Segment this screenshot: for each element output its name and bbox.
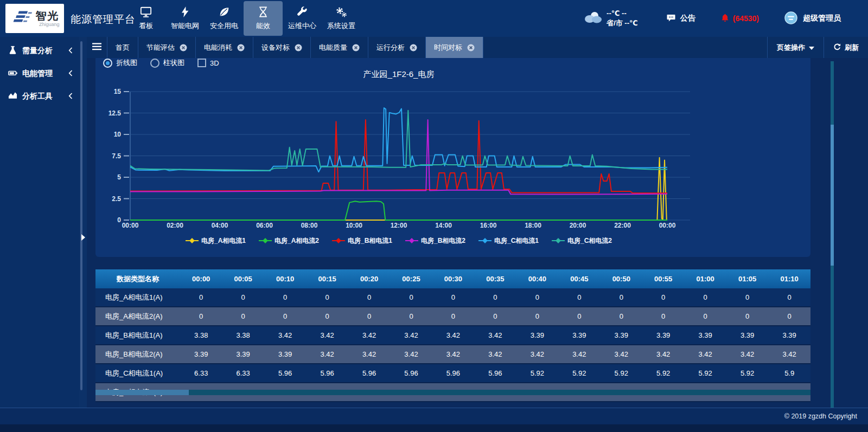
legend-item-电房_A相电流2[interactable]: 电房_A相电流2 xyxy=(259,236,319,246)
row-value: 3.42 xyxy=(390,326,432,345)
legend-item-电房_A相电流1[interactable]: 电房_A相电流1 xyxy=(186,236,246,246)
legend-marker-icon xyxy=(405,237,418,245)
row-value: 0 xyxy=(222,288,264,307)
table-header-time: 00:15 xyxy=(306,269,348,288)
tab-设备对标[interactable]: 设备对标 xyxy=(253,37,311,58)
tab-menu-button[interactable] xyxy=(87,37,107,58)
tab-时间对标[interactable]: 时间对标 xyxy=(426,37,483,58)
legend-item-电房_B相电流2[interactable]: 电房_B相电流2 xyxy=(405,236,465,246)
line-chart-radio[interactable]: 折线图 xyxy=(103,58,137,68)
sidebar-collapse-toggle-icon[interactable] xyxy=(81,234,85,241)
tab-close-icon[interactable] xyxy=(467,44,475,51)
row-value: 3.39 xyxy=(601,326,642,345)
nav-item-运维中心[interactable]: 运维中心 xyxy=(283,1,322,36)
row-value: 3.42 xyxy=(558,345,600,364)
tab-节能评估[interactable]: 节能评估 xyxy=(138,37,196,58)
nav-item-label: 运维中心 xyxy=(288,21,316,31)
line-chart-radio-label: 折线图 xyxy=(116,58,137,68)
nav-item-系统设置[interactable]: 系统设置 xyxy=(322,1,361,36)
table-horizontal-scrollbar[interactable] xyxy=(95,390,810,395)
svg-text:10: 10 xyxy=(114,131,122,138)
sidebar-item-需量分析[interactable]: 需量分析 xyxy=(0,40,79,62)
svg-text:18:00: 18:00 xyxy=(525,222,541,229)
legend-marker-icon xyxy=(332,237,345,245)
weather-temp: --℃ -- xyxy=(607,9,638,18)
row-value: 3.42 xyxy=(390,345,432,364)
bar-chart-radio[interactable]: 柱状图 xyxy=(150,58,184,68)
tab-close-icon[interactable] xyxy=(180,44,187,51)
svg-text:08:00: 08:00 xyxy=(301,222,318,229)
nav-item-看板[interactable]: 看板 xyxy=(126,1,165,36)
sidebar-item-label: 需量分析 xyxy=(22,46,63,56)
tab-label: 运行分析 xyxy=(376,43,405,53)
tab-operations-label: 页签操作 xyxy=(777,43,805,53)
row-value: 5.92 xyxy=(684,364,726,383)
row-value: 0 xyxy=(348,288,390,307)
nav-item-智能电网[interactable]: 智能电网 xyxy=(165,1,205,36)
tab-label: 设备对标 xyxy=(261,43,290,53)
svg-text:12:00: 12:00 xyxy=(391,222,407,229)
sidebar-item-电能管理[interactable]: 电能管理 xyxy=(0,62,79,85)
legend-item-电房_C相电流2[interactable]: 电房_C相电流2 xyxy=(552,236,612,246)
tab-operations-button[interactable]: 页签操作 xyxy=(767,37,824,58)
row-value: 3.39 xyxy=(558,326,600,345)
tab-电能质量[interactable]: 电能质量 xyxy=(311,37,368,58)
table-header-time: 01:05 xyxy=(726,269,768,288)
legend-item-电房_B相电流1[interactable]: 电房_B相电流1 xyxy=(332,236,392,246)
table-header-time: 00:50 xyxy=(601,269,642,288)
page-title: 能源管理平台 xyxy=(71,12,136,27)
alarm-count: (64530) xyxy=(733,14,759,23)
alarm-button[interactable]: (64530) xyxy=(720,13,759,24)
table-header-name: 数据类型名称 xyxy=(95,269,180,288)
chevron-left-icon xyxy=(68,69,73,79)
nav-item-安全用电[interactable]: 安全用电 xyxy=(205,1,244,36)
tab-close-icon[interactable] xyxy=(237,44,245,51)
sidebar-item-分析工具[interactable]: 分析工具 xyxy=(0,85,79,108)
tab-label: 首页 xyxy=(116,43,130,53)
row-value: 0 xyxy=(474,307,516,326)
legend-marker-icon xyxy=(478,237,492,245)
svg-text:12.5: 12.5 xyxy=(108,109,122,117)
battery-icon xyxy=(8,69,17,79)
row-value: 3.39 xyxy=(222,345,264,364)
logo[interactable]: 智光 Zhiguang xyxy=(5,4,64,33)
row-value: 0 xyxy=(558,307,600,326)
threed-checkbox-label: 3D xyxy=(210,59,219,67)
row-value: 0 xyxy=(601,307,642,326)
svg-text:04:00: 04:00 xyxy=(212,222,228,229)
row-value: 3.42 xyxy=(601,345,642,364)
refresh-button[interactable]: 刷新 xyxy=(824,37,868,58)
nav-item-能效[interactable]: 能效 xyxy=(244,1,283,36)
area-chart-icon xyxy=(8,91,17,101)
tab-运行分析[interactable]: 运行分析 xyxy=(368,37,426,58)
tab-label: 节能评估 xyxy=(146,43,175,53)
table-hscroll-thumb[interactable] xyxy=(95,390,189,395)
chevron-left-icon xyxy=(68,46,73,56)
tab-电能消耗[interactable]: 电能消耗 xyxy=(196,37,253,58)
legend-item-电房_C相电流1[interactable]: 电房_C相电流1 xyxy=(478,236,539,246)
tab-close-icon[interactable] xyxy=(295,44,302,51)
table-header-time: 00:00 xyxy=(180,269,222,288)
page-vscroll-thumb[interactable] xyxy=(831,125,834,266)
table-header-time: 00:45 xyxy=(558,269,600,288)
table-row: 电房_A相电流1(A)000000000000000 xyxy=(95,288,810,307)
sidebar-scroll-rail[interactable] xyxy=(80,41,82,390)
main-content: 折线图 柱状图 3D 产业园_1F2-6_电房 02.557.51012.515… xyxy=(87,58,868,408)
checkbox-icon xyxy=(197,59,206,67)
tab-label: 电能质量 xyxy=(319,43,347,53)
tab-close-icon[interactable] xyxy=(352,44,360,51)
row-value: 0 xyxy=(390,307,432,326)
row-value: 0 xyxy=(516,307,558,326)
user-menu[interactable]: 超级管理员 xyxy=(784,11,841,27)
notice-button[interactable]: 公告 xyxy=(666,13,695,24)
legend-label: 电房_A相电流1 xyxy=(201,236,246,246)
row-value: 5.92 xyxy=(726,364,768,383)
row-value: 3.39 xyxy=(264,345,306,364)
table-header-time: 00:30 xyxy=(432,269,474,288)
nav-item-label: 智能电网 xyxy=(171,21,199,31)
tab-close-icon[interactable] xyxy=(410,44,417,51)
row-value: 3.39 xyxy=(726,326,768,345)
threed-checkbox[interactable]: 3D xyxy=(197,59,219,67)
tab-首页[interactable]: 首页 xyxy=(107,37,138,58)
chart-legend: 电房_A相电流1电房_A相电流2电房_B相电流1电房_B相电流2电房_C相电流1… xyxy=(95,236,702,246)
